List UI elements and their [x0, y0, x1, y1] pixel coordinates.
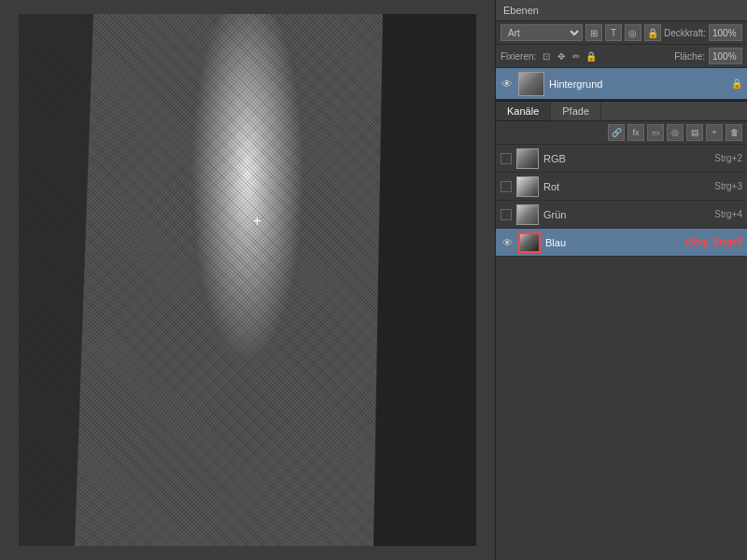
- opacity-input[interactable]: [709, 24, 742, 41]
- layers-icon-3[interactable]: ◎: [625, 24, 641, 41]
- ch-thumb-rot: [516, 176, 539, 197]
- canvas-image[interactable]: [19, 14, 476, 546]
- fill-row: Fläche:: [674, 48, 742, 64]
- canvas-area: [0, 0, 495, 560]
- layers-icon-2[interactable]: T: [605, 24, 622, 41]
- fix-icon-4[interactable]: 🔒: [585, 49, 598, 63]
- ch-icon-add[interactable]: +: [706, 124, 723, 141]
- ch-eye-blau[interactable]: 👁: [500, 236, 514, 249]
- layers-options: Fixieren: ⊡ ✥ ✏ 🔒 Fläche:: [496, 45, 747, 68]
- ch-icon-fx[interactable]: fx: [627, 124, 644, 141]
- layers-icon-1[interactable]: ⊞: [585, 24, 602, 41]
- opacity-label: Deckkraft:: [664, 28, 706, 38]
- layer-name: Hintergrund: [549, 78, 726, 90]
- tab-pfade[interactable]: Pfade: [551, 102, 601, 120]
- tabs-row: Kanäle Pfade: [496, 102, 747, 121]
- right-panel: Ebenen Art ⊞ T ◎ 🔒 Deckkraft: Fixieren: …: [495, 0, 747, 560]
- layer-type-select[interactable]: Art: [500, 24, 583, 41]
- layers-panel-title: Ebenen: [496, 0, 747, 21]
- fix-row: Fixieren: ⊡ ✥ ✏ 🔒: [500, 49, 670, 63]
- channel-shortcut-rgb: Strg+2: [714, 153, 742, 163]
- fix-icon-2[interactable]: ✥: [555, 49, 568, 63]
- layer-row[interactable]: 👁 Hintergrund 🔒: [496, 68, 747, 100]
- ch-icon-layer[interactable]: ▭: [647, 124, 664, 141]
- channel-selected-label-blau: +Strg: [684, 237, 709, 247]
- layers-toolbar: Art ⊞ T ◎ 🔒 Deckkraft:: [496, 21, 747, 45]
- channels-toolbar: 🔗 fx ▭ ◎ ▤ + 🗑: [496, 121, 747, 145]
- fix-icon-1[interactable]: ⊡: [540, 49, 553, 63]
- fill-label: Fläche:: [674, 51, 705, 62]
- fix-icons: ⊡ ✥ ✏ 🔒: [540, 49, 598, 63]
- fill-input[interactable]: [709, 48, 742, 64]
- channel-name-blau: Blau: [545, 237, 680, 248]
- channel-shortcut-rot: Strg+3: [714, 181, 742, 191]
- ch-icon-link[interactable]: 🔗: [608, 124, 625, 141]
- ch-thumb-blau: [518, 232, 541, 253]
- channels-section: Kanäle Pfade 🔗 fx ▭ ◎ ▤ + 🗑 RGB Strg+2: [496, 102, 747, 560]
- channel-shortcut-blau: Strg+5: [713, 237, 742, 247]
- ch-thumb-grun: [516, 204, 539, 225]
- ch-checkbox-rot[interactable]: [500, 181, 512, 192]
- channel-row-rot[interactable]: Rot Strg+3: [496, 173, 747, 201]
- channel-name-grun: Grün: [543, 209, 710, 220]
- ch-icon-folder[interactable]: ▤: [686, 124, 703, 141]
- fix-label: Fixieren:: [500, 51, 536, 62]
- layers-section: Ebenen Art ⊞ T ◎ 🔒 Deckkraft: Fixieren: …: [496, 0, 747, 102]
- channel-name-rgb: RGB: [543, 153, 710, 164]
- fix-icon-3[interactable]: ✏: [570, 49, 583, 63]
- channel-name-rot: Rot: [543, 181, 710, 192]
- ch-thumb-rgb: [516, 148, 539, 169]
- channel-row-rgb[interactable]: RGB Strg+2: [496, 145, 747, 173]
- ch-icon-circle[interactable]: ◎: [667, 124, 684, 141]
- ch-checkbox-rgb[interactable]: [500, 153, 512, 164]
- channel-row-blau[interactable]: 👁 Blau +Strg Strg+5: [496, 229, 747, 257]
- channel-shortcut-grun: Strg+4: [714, 209, 742, 219]
- layers-icon-4[interactable]: 🔒: [644, 24, 661, 41]
- layer-visibility-icon[interactable]: 👁: [500, 77, 514, 91]
- channel-row-grun[interactable]: Grün Strg+4: [496, 201, 747, 229]
- layer-lock-icon: 🔒: [731, 78, 742, 89]
- ch-checkbox-grun[interactable]: [500, 209, 512, 220]
- cursor-indicator: [257, 217, 270, 230]
- tab-kanale[interactable]: Kanäle: [496, 102, 551, 120]
- layer-thumbnail: [518, 72, 544, 96]
- ch-icon-trash[interactable]: 🗑: [726, 124, 742, 141]
